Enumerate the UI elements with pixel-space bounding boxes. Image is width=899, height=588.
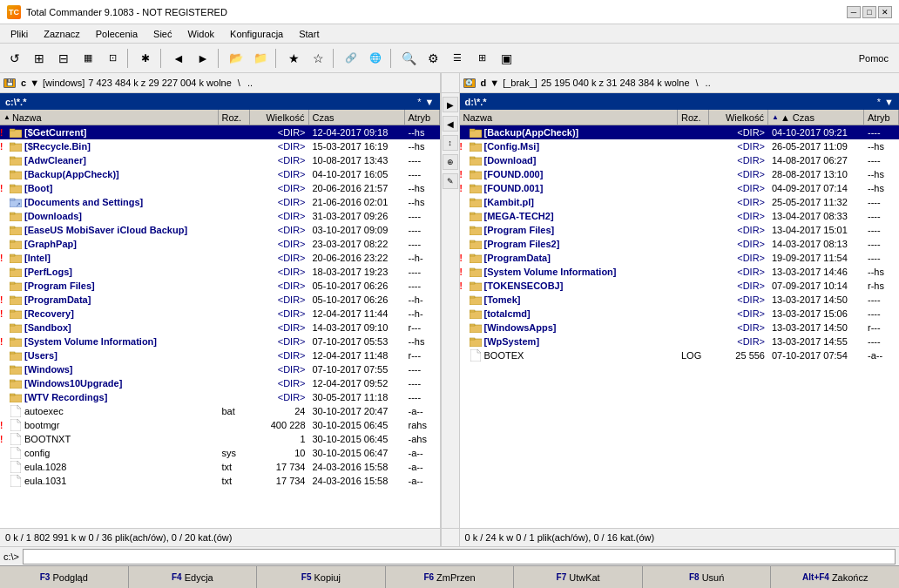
table-row[interactable]: ![ProgramData]<DIR>19-09-2017 11:54---- <box>460 251 900 265</box>
right-drive-dropdown[interactable]: ▼ <box>490 78 499 88</box>
table-row[interactable]: [totalcmd]<DIR>13-03-2017 15:06---- <box>460 307 900 321</box>
table-row[interactable]: eula.1031txt17 73424-03-2016 15:58-a-- <box>0 474 440 488</box>
toolbar-btn4[interactable]: ▦ <box>77 47 99 70</box>
close-button[interactable]: ✕ <box>878 6 892 18</box>
table-row[interactable]: !bootmgr400 22830-10-2015 06:45rahs <box>0 418 440 432</box>
table-row[interactable]: [EaseUS MobiSaver iCloud Backup]<DIR>03-… <box>0 223 440 237</box>
copy-left-icon[interactable]: ◀ <box>443 116 458 132</box>
fkey-f6[interactable]: F6ZmPrzen <box>386 566 515 588</box>
toolbar-folder1[interactable]: 📂 <box>225 47 247 70</box>
right-col-size[interactable]: Wielkość <box>709 110 768 125</box>
table-row[interactable]: ![FOUND.000]<DIR>28-08-2017 13:10--hs <box>460 167 900 181</box>
fkey-f5[interactable]: F5Kopiuj <box>257 566 386 588</box>
left-path-star[interactable]: * <box>417 97 421 107</box>
right-nav-up[interactable]: .. <box>703 78 713 88</box>
menu-item-pliki[interactable]: Pliki <box>3 27 35 41</box>
left-col-size[interactable]: Wielkość <box>250 110 309 125</box>
table-row[interactable]: [Windows]<DIR>07-10-2017 07:55---- <box>0 362 440 376</box>
left-path-text[interactable]: c:\*.* <box>5 97 26 107</box>
table-row[interactable]: [Tomek]<DIR>13-03-2017 14:50---- <box>460 293 900 307</box>
menu-item-sieć[interactable]: Sieć <box>146 27 179 41</box>
right-col-ext[interactable]: Roz. <box>678 110 709 125</box>
toolbar-search[interactable]: 🔍 <box>397 47 420 70</box>
left-col-attr[interactable]: Atryb <box>405 110 440 125</box>
right-file-list[interactable]: [Backup(AppCheck)]<DIR>04-10-2017 09:21-… <box>460 125 900 528</box>
table-row[interactable]: ![$Recycle.Bin]<DIR>15-03-2017 16:19--hs <box>0 139 440 153</box>
toolbar-btn9[interactable]: ▣ <box>495 47 517 70</box>
toolbar-btn6[interactable]: ✱ <box>134 47 157 70</box>
cmd-input[interactable] <box>23 549 896 564</box>
table-row[interactable]: [GraphPap]<DIR>23-03-2017 08:22---- <box>0 237 440 251</box>
left-col-ext[interactable]: Roz. <box>219 110 250 125</box>
menu-item-widok[interactable]: Widok <box>180 27 221 41</box>
copy-right-icon[interactable]: ▶ <box>443 97 458 112</box>
table-row[interactable]: [Kambit.pl]<DIR>25-05-2017 11:32---- <box>460 195 900 209</box>
table-row[interactable]: autoexecbat2430-10-2017 20:47-a-- <box>0 404 440 418</box>
toolbar-star2[interactable]: ☆ <box>307 47 329 70</box>
toolbar-back[interactable]: ◄ <box>167 47 190 70</box>
right-nav-root[interactable]: \ <box>693 78 701 88</box>
left-col-date[interactable]: Czas <box>309 110 405 125</box>
table-row[interactable]: ![FOUND.001]<DIR>04-09-2017 07:14--hs <box>460 181 900 195</box>
table-row[interactable]: ↗[Documents and Settings]<DIR>21-06-2016… <box>0 195 440 209</box>
table-row[interactable]: !BOOTNXT130-10-2015 06:45-ahs <box>0 432 440 446</box>
table-row[interactable]: ![TOKENSECOBJ]<DIR>07-09-2017 10:14r-hs <box>460 279 900 293</box>
table-row[interactable]: [Program Files]<DIR>05-10-2017 06:26---- <box>0 279 440 293</box>
table-row[interactable]: ![ProgramData]<DIR>05-10-2017 06:26--h- <box>0 293 440 307</box>
left-path-down[interactable]: ▼ <box>425 97 435 107</box>
toolbar-settings[interactable]: ⚙ <box>422 47 444 70</box>
minimize-button[interactable]: ─ <box>847 6 861 18</box>
left-nav-up[interactable]: .. <box>245 78 255 88</box>
left-file-list[interactable]: ![$GetCurrent]<DIR>12-04-2017 09:18--hs!… <box>0 125 440 528</box>
table-row[interactable]: eula.1028txt17 73424-03-2016 15:58-a-- <box>0 460 440 474</box>
right-drive-letter[interactable]: d <box>481 78 487 88</box>
right-col-date[interactable]: ▲ ▲ Czas <box>768 110 864 125</box>
fkey-f4[interactable]: F4Edycja <box>129 566 258 588</box>
table-row[interactable]: ![System Volume Information]<DIR>13-03-2… <box>460 265 900 279</box>
help-button[interactable]: Pomoc <box>852 51 896 65</box>
table-row[interactable]: [Downloads]<DIR>31-03-2017 09:26---- <box>0 209 440 223</box>
table-row[interactable]: configsys1030-10-2015 06:47-a-- <box>0 446 440 460</box>
right-path-down[interactable]: ▼ <box>884 97 894 107</box>
left-drive-dropdown[interactable]: ▼ <box>30 78 39 88</box>
toolbar-forward[interactable]: ► <box>192 47 214 70</box>
toolbar-refresh[interactable]: ↺ <box>3 47 26 70</box>
table-row[interactable]: ![$GetCurrent]<DIR>12-04-2017 09:18--hs <box>0 125 440 139</box>
table-row[interactable]: BOOTEXLOG25 55607-10-2017 07:54-a-- <box>460 348 900 362</box>
table-row[interactable]: ![System Volume Information]<DIR>07-10-2… <box>0 335 440 348</box>
maximize-button[interactable]: □ <box>862 6 876 18</box>
side-icon-3[interactable]: ↕ <box>443 135 458 151</box>
fkey-alt-f4[interactable]: Alt+F4Zakończ <box>771 566 899 588</box>
table-row[interactable]: [Backup(AppCheck)]<DIR>04-10-2017 16:05-… <box>0 167 440 181</box>
toolbar-btn5[interactable]: ⊡ <box>101 47 124 70</box>
menu-item-polecenia[interactable]: Polecenia <box>89 27 145 41</box>
left-drive-letter[interactable]: c <box>21 78 26 88</box>
toolbar-link2[interactable]: 🌐 <box>364 47 387 70</box>
fkey-f8[interactable]: F8Usuń <box>643 566 772 588</box>
toolbar-btn3[interactable]: ⊟ <box>52 47 75 70</box>
table-row[interactable]: [MEGA-TECH2]<DIR>13-04-2017 08:33---- <box>460 209 900 223</box>
table-row[interactable]: [PerfLogs]<DIR>18-03-2017 19:23---- <box>0 265 440 279</box>
right-path-text[interactable]: d:\*.* <box>465 97 487 107</box>
table-row[interactable]: ![Recovery]<DIR>12-04-2017 11:44--h- <box>0 307 440 321</box>
toolbar-btn7[interactable]: ☰ <box>446 47 469 70</box>
toolbar-folder2[interactable]: 📁 <box>249 47 272 70</box>
table-row[interactable]: [Windows10Upgrade]<DIR>12-04-2017 09:52-… <box>0 376 440 390</box>
table-row[interactable]: [Backup(AppCheck)]<DIR>04-10-2017 09:21-… <box>460 125 900 139</box>
toolbar-btn8[interactable]: ⊞ <box>470 47 493 70</box>
side-icon-5[interactable]: ✎ <box>443 173 458 189</box>
left-nav-root[interactable]: \ <box>235 78 243 88</box>
table-row[interactable]: [Program Files]<DIR>13-04-2017 15:01---- <box>460 223 900 237</box>
table-row[interactable]: ![Config.Msi]<DIR>26-05-2017 11:09--hs <box>460 139 900 153</box>
toolbar-btn2[interactable]: ⊞ <box>28 47 51 70</box>
table-row[interactable]: [WpSystem]<DIR>13-03-2017 14:55---- <box>460 335 900 348</box>
table-row[interactable]: ![Intel]<DIR>20-06-2016 23:22--h- <box>0 251 440 265</box>
table-row[interactable]: [AdwCleaner]<DIR>10-08-2017 13:43---- <box>0 153 440 167</box>
fkey-f7[interactable]: F7UtwKat <box>514 566 643 588</box>
table-row[interactable]: ![Boot]<DIR>20-06-2016 21:57--hs <box>0 181 440 195</box>
left-col-name[interactable]: ▲ Nazwa <box>0 110 219 125</box>
menu-item-zaznacz[interactable]: Zaznacz <box>37 27 87 41</box>
right-col-attr[interactable]: Atryb <box>864 110 899 125</box>
table-row[interactable]: [WindowsApps]<DIR>13-03-2017 14:50r--- <box>460 321 900 335</box>
table-row[interactable]: [Program Files2]<DIR>14-03-2017 08:13---… <box>460 237 900 251</box>
